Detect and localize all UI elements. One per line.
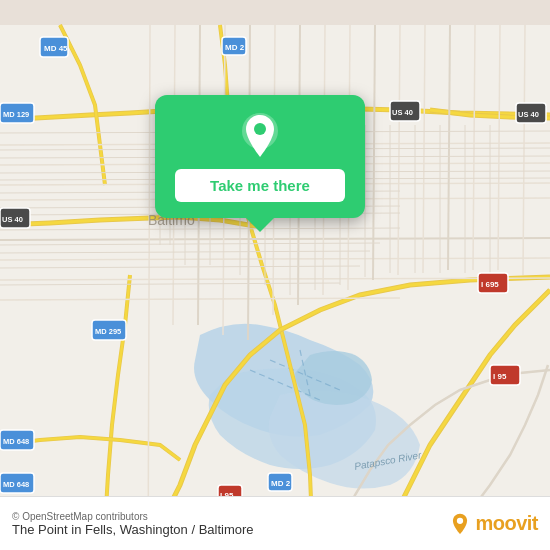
svg-text:MD 129: MD 129 [3, 110, 29, 119]
svg-text:US 40: US 40 [518, 110, 539, 119]
svg-text:I 95: I 95 [493, 372, 507, 381]
map-background: Patapsco River Baltimo MD 45 MD 2 US 40 … [0, 0, 550, 550]
bottom-info: © OpenStreetMap contributors The Point i… [12, 511, 254, 537]
osm-credit: © OpenStreetMap contributors [12, 511, 254, 522]
svg-point-86 [457, 517, 463, 523]
bottom-bar: © OpenStreetMap contributors The Point i… [0, 496, 550, 550]
moovit-logo: moovit [449, 512, 538, 535]
svg-text:I 695: I 695 [481, 280, 499, 289]
moovit-pin-icon [449, 513, 471, 535]
svg-text:MD 2: MD 2 [271, 479, 291, 488]
svg-text:MD 295: MD 295 [95, 327, 121, 336]
svg-text:US 40: US 40 [392, 108, 413, 117]
map-container: Patapsco River Baltimo MD 45 MD 2 US 40 … [0, 0, 550, 550]
location-name: The Point in Fells, Washington / Baltimo… [12, 522, 254, 537]
svg-text:MD 648: MD 648 [3, 480, 29, 489]
svg-text:MD 648: MD 648 [3, 437, 29, 446]
take-me-there-button[interactable]: Take me there [175, 169, 345, 202]
svg-text:MD 45: MD 45 [44, 44, 68, 53]
svg-text:US 40: US 40 [2, 215, 23, 224]
svg-point-85 [254, 123, 266, 135]
moovit-brand-text: moovit [475, 512, 538, 535]
svg-text:MD 2: MD 2 [225, 43, 245, 52]
location-popup: Take me there [155, 95, 365, 218]
location-pin-icon [237, 113, 283, 159]
